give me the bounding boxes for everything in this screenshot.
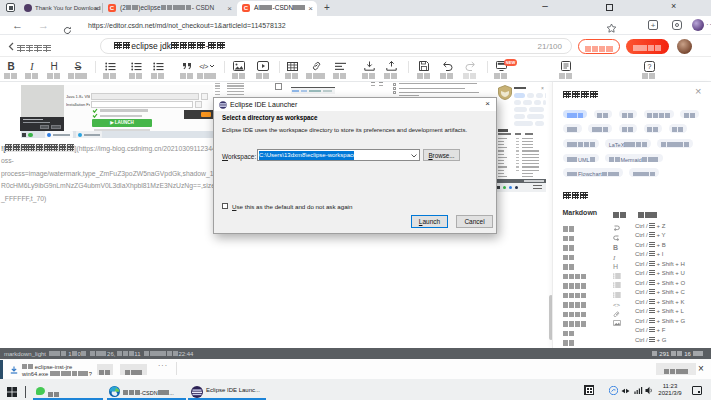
svg-text:?: ? <box>647 63 651 70</box>
